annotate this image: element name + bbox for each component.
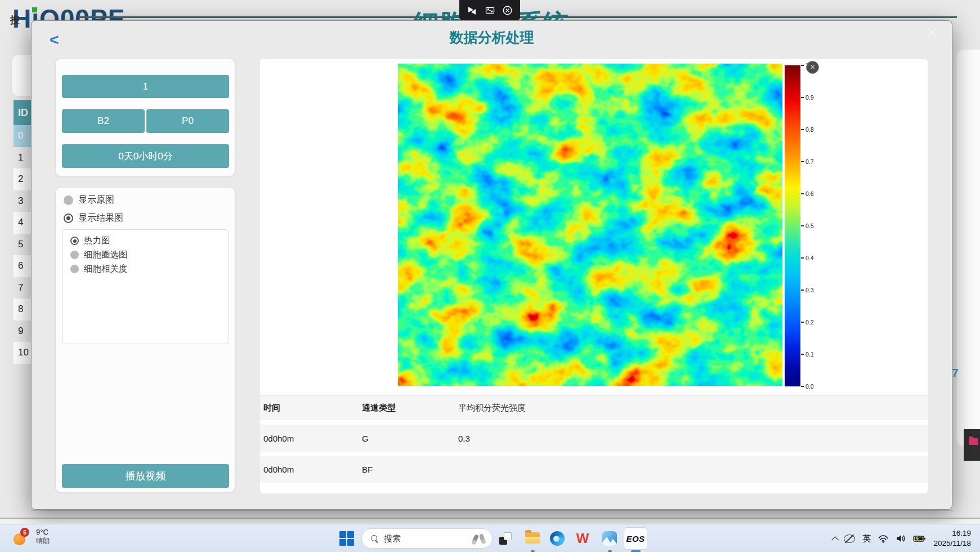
snip-icon[interactable] bbox=[498, 531, 513, 546]
weather-temp: 9°C bbox=[36, 528, 50, 536]
start-icon[interactable] bbox=[339, 531, 354, 546]
sun-icon: 5 bbox=[14, 527, 32, 547]
result-table-rows: 0d0h0m G 0.3 0d0h0m BF bbox=[260, 425, 928, 487]
tick-dash bbox=[801, 161, 804, 162]
cell-channel: G bbox=[362, 434, 458, 443]
tick-dash bbox=[801, 290, 804, 291]
result-table-row: 0d0h0m G 0.3 bbox=[260, 425, 928, 452]
dialog-title: 数据分析处理 bbox=[32, 28, 952, 47]
pink-folder-icon bbox=[969, 438, 978, 445]
weather-badge: 5 bbox=[20, 528, 29, 537]
background-search-label: 搜 bbox=[10, 14, 20, 26]
background-page-number[interactable]: 7 bbox=[952, 366, 959, 380]
background-bottom-band bbox=[0, 519, 980, 524]
folder-icon[interactable] bbox=[525, 532, 540, 544]
radio-circle-icon bbox=[70, 237, 79, 245]
tick-dash bbox=[801, 65, 804, 66]
close-circle-icon[interactable] bbox=[502, 5, 513, 16]
weather-condition: 晴朗 bbox=[36, 536, 50, 546]
time-button[interactable]: 0天0小时0分 bbox=[62, 144, 229, 168]
well-position-button[interactable]: P0 bbox=[146, 109, 229, 133]
radio-cell-circle[interactable]: 细胞圈选图 bbox=[70, 249, 128, 261]
tick-dash bbox=[801, 97, 804, 98]
display-options-card: 显示原图 显示结果图 热力图 细胞圈选图 细胞相关度 bbox=[55, 187, 235, 492]
tick-dash bbox=[801, 386, 804, 387]
radio-circle-icon bbox=[70, 251, 79, 259]
wifi-icon[interactable] bbox=[878, 535, 888, 543]
photos-icon[interactable] bbox=[602, 531, 617, 546]
cell-time: 0d0h0m bbox=[263, 434, 362, 443]
radio-heatmap[interactable]: 热力图 bbox=[70, 235, 110, 247]
col-time: 时间 bbox=[263, 403, 362, 413]
col-intensity: 平均积分荧光强度 bbox=[458, 403, 928, 413]
background-close-icon[interactable]: ✕ bbox=[951, 19, 967, 35]
system-tray: 英 16:19 2025/11/18 bbox=[831, 524, 971, 552]
background-right-panel bbox=[957, 50, 980, 446]
data-analysis-dialog: < 数据分析处理 ✕ 1 B2 P0 0天0小时0分 显示原图 显示结果图 热力… bbox=[31, 20, 952, 510]
radio-show-original[interactable]: 显示原图 bbox=[64, 194, 114, 206]
radio-label: 细胞相关度 bbox=[84, 263, 128, 275]
result-table-header: 时间 通道类型 平均积分荧光强度 bbox=[260, 395, 928, 420]
radio-circle-icon bbox=[64, 195, 73, 205]
radio-cell-correlation[interactable]: 细胞相关度 bbox=[70, 263, 128, 275]
heatmap-image bbox=[398, 64, 782, 386]
radio-label: 显示原图 bbox=[78, 194, 114, 206]
well-row-button[interactable]: B2 bbox=[62, 109, 145, 133]
search-icon bbox=[371, 535, 378, 542]
tick-dash bbox=[801, 322, 804, 323]
colorbar bbox=[785, 65, 800, 386]
tick-dash bbox=[801, 354, 804, 355]
well-number-button[interactable]: 1 bbox=[62, 75, 229, 98]
tick-dash bbox=[801, 257, 804, 259]
tray-time: 16:19 bbox=[933, 528, 971, 538]
background-edge-line bbox=[31, 510, 952, 511]
radio-label: 细胞圈选图 bbox=[84, 249, 128, 261]
eos-label: EOS bbox=[626, 534, 645, 544]
floating-folder-widget[interactable] bbox=[964, 429, 980, 461]
logo-green-dot bbox=[32, 7, 37, 12]
dialog-close-icon[interactable]: ✕ bbox=[926, 24, 938, 42]
flip-icon[interactable] bbox=[467, 5, 477, 16]
colorbar-close-icon[interactable]: ✕ bbox=[806, 61, 819, 74]
well-info-card: 1 B2 P0 0天0小时0分 bbox=[55, 59, 235, 176]
chevron-up-icon[interactable] bbox=[832, 536, 839, 544]
tray-date: 2025/11/18 bbox=[933, 538, 971, 549]
search-placeholder: 搜索 bbox=[384, 533, 401, 544]
radio-circle-icon bbox=[64, 213, 73, 223]
radio-circle-icon bbox=[70, 265, 79, 273]
tick-dash bbox=[801, 129, 804, 130]
search-input[interactable]: 搜索 bbox=[361, 528, 493, 549]
wps-icon[interactable]: W bbox=[575, 531, 590, 546]
ime-indicator[interactable]: 英 bbox=[862, 533, 871, 544]
volume-icon[interactable] bbox=[896, 534, 906, 543]
radio-label: 显示结果图 bbox=[78, 212, 123, 224]
cell-channel: BF bbox=[362, 465, 458, 474]
tray-clock[interactable]: 16:19 2025/11/18 bbox=[933, 528, 971, 548]
result-table-row: 0d0h0m BF bbox=[260, 456, 928, 483]
taskbar: 5 9°C 晴朗 搜索 W EOS bbox=[0, 524, 980, 552]
tick-dash bbox=[801, 193, 804, 194]
battery-charging-icon[interactable] bbox=[913, 535, 926, 542]
cell-intensity: 0.3 bbox=[458, 434, 928, 443]
resize-icon[interactable] bbox=[485, 5, 495, 16]
earbuds-image bbox=[471, 532, 487, 546]
eos-icon[interactable]: EOS bbox=[624, 527, 647, 550]
cloud-off-icon[interactable] bbox=[844, 535, 855, 543]
tick-dash bbox=[801, 225, 804, 226]
radio-label: 热力图 bbox=[84, 235, 110, 247]
capture-toolbar bbox=[459, 0, 520, 20]
result-panel: 1.0 0.9 0.8 0.7 0.6 0.5 bbox=[259, 59, 928, 494]
play-video-button[interactable]: 播放视频 bbox=[62, 464, 229, 488]
col-channel: 通道类型 bbox=[362, 403, 458, 413]
cell-time: 0d0h0m bbox=[263, 465, 362, 474]
result-type-box: 热力图 细胞圈选图 细胞相关度 bbox=[62, 229, 229, 344]
screen: HiQ00PF 细胞分析系统 ✕ 7 搜 ID 012345678910 < 数 bbox=[0, 0, 980, 552]
edge-icon[interactable] bbox=[550, 531, 565, 546]
radio-show-result[interactable]: 显示结果图 bbox=[64, 212, 123, 224]
colorbar-ticks: 1.0 0.9 0.8 0.7 0.6 0.5 bbox=[801, 65, 824, 386]
weather-widget[interactable]: 5 9°C 晴朗 bbox=[14, 527, 50, 547]
